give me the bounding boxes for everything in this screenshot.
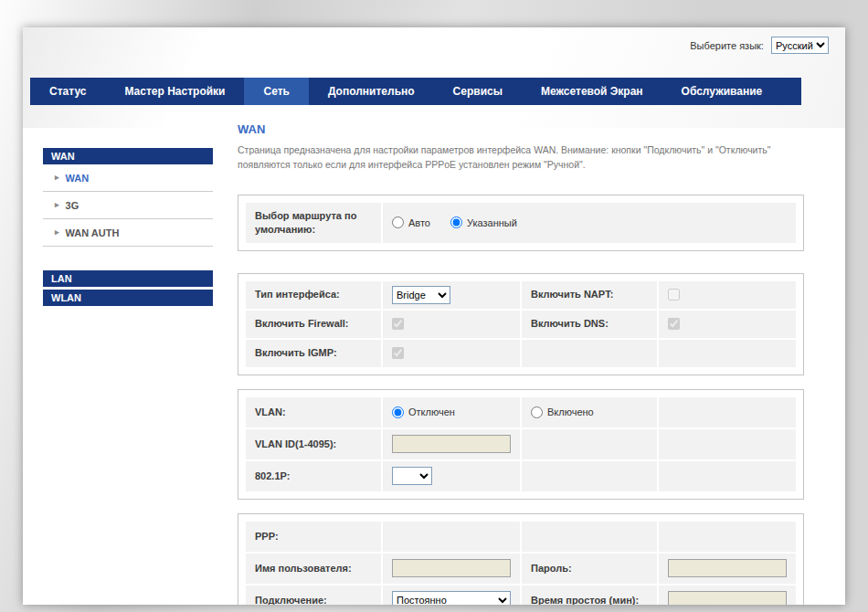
vlan-off-label: Отключен [408,406,455,417]
interface-section: Тип интерфейса: Bridge Включить NAPT: Вк… [238,273,804,375]
username-label: Имя пользователя: [246,554,381,584]
idle-time-input [668,591,787,605]
dns-label: Включить DNS: [522,311,657,338]
empty-cell [522,340,657,367]
empty-cell [659,461,796,491]
vlan-off-option: Отключен [392,406,455,418]
sidebar-item-label: 3G [66,200,79,211]
language-select[interactable]: Русский [771,37,829,54]
main-panel: WAN Страница предназначена для настройки… [213,105,845,605]
vlan-on-label: Включено [547,406,594,417]
sidebar-item-wan[interactable]: ▸ WAN [43,164,213,192]
page-title: WAN [238,122,804,136]
vlan-off-radio[interactable] [392,406,404,418]
igmp-cell [383,340,520,367]
route-options-cell: Авто Указанный [383,203,796,243]
empty-cell [659,340,796,367]
priority-label: 802.1P: [246,461,381,491]
sidebar-item-3g[interactable]: ▸ 3G [43,192,213,219]
route-specified-radio[interactable] [450,216,462,228]
connection-label: Подключение: [246,586,381,605]
route-section: Выбор маршрута по умолчанию: Авто Указан… [238,195,804,251]
route-label: Выбор маршрута по умолчанию: [246,203,381,243]
username-input [392,559,511,577]
password-input [668,559,787,577]
firewall-label: Включить Firewall: [246,311,381,338]
interface-type-cell: Bridge [383,281,520,309]
vlan-section: VLAN: Отключен Включено [238,389,804,500]
interface-type-select[interactable]: Bridge [392,286,450,304]
nav-item-network[interactable]: Сеть [244,78,308,105]
nav-item-services[interactable]: Сервисы [434,78,522,105]
route-auto-radio[interactable] [392,216,404,228]
firewall-checkbox [392,318,404,330]
language-bar: Выберите язык: Русский [23,27,845,54]
nav-item-firewall[interactable]: Межсетевой Экран [522,78,662,105]
napt-cell [659,281,796,309]
page-card: Выберите язык: Русский Статус Мастер Нас… [23,27,845,605]
nav-item-maintenance[interactable]: Обслуживание [662,78,782,105]
ppp-label: PPP: [246,522,381,552]
route-auto-label: Авто [408,217,430,228]
empty-cell [659,397,796,427]
username-cell [383,554,520,584]
priority-select[interactable] [392,467,432,485]
idle-time-cell [659,586,796,605]
arrow-icon: ▸ [55,228,59,237]
dns-cell [659,311,796,338]
content-area: WAN ▸ WAN ▸ 3G ▸ WAN AUTH LAN WLAN WAN [23,105,845,605]
vlan-on-radio[interactable] [531,406,543,418]
sidebar-header-wlan[interactable]: WLAN [43,290,213,306]
sidebar-header-wan[interactable]: WAN [43,148,213,164]
language-label: Выберите язык: [690,40,764,51]
nav-item-wizard[interactable]: Мастер Настройки [105,78,244,105]
empty-cell [659,429,796,459]
vlan-off-cell: Отключен [383,397,520,427]
empty-cell [659,522,796,552]
password-label: Пароль: [522,554,657,584]
empty-cell [383,522,520,552]
napt-checkbox [668,289,680,301]
interface-type-label: Тип интерфейса: [246,281,381,309]
sidebar-item-label: WAN AUTH [66,227,120,238]
password-cell [659,554,796,584]
empty-cell [522,429,657,459]
route-specified-label: Указанный [467,217,517,228]
arrow-icon: ▸ [55,201,59,209]
ppp-section: PPP: Имя пользователя: Пароль: [238,513,804,605]
vlan-id-cell [383,429,520,459]
sidebar-item-wan-auth[interactable]: ▸ WAN AUTH [43,219,213,247]
empty-cell [522,522,657,552]
connection-select[interactable]: Постоянно [392,591,511,605]
igmp-checkbox [392,347,404,359]
nav-item-advanced[interactable]: Дополнительно [309,78,434,105]
napt-label: Включить NAPT: [522,281,657,309]
page-description: Страница предназначена для настройки пар… [238,142,795,173]
vlan-id-label: VLAN ID(1-4095): [246,429,381,459]
route-auto-option: Авто [392,216,430,228]
arrow-icon: ▸ [55,174,59,182]
priority-cell [383,461,520,491]
sidebar-item-label: WAN [66,173,90,184]
dns-checkbox [668,318,680,330]
sidebar-header-lan[interactable]: LAN [43,270,213,287]
vlan-on-option: Включено [531,406,594,418]
sidebar-wan-items: ▸ WAN ▸ 3G ▸ WAN AUTH [43,164,213,247]
nav-item-status[interactable]: Статус [30,78,105,105]
vlan-label: VLAN: [246,397,381,427]
main-nav: Статус Мастер Настройки Сеть Дополнитель… [30,78,801,105]
route-specified-option: Указанный [450,216,517,228]
firewall-cell [383,311,520,338]
empty-cell [522,461,657,491]
sidebar: WAN ▸ WAN ▸ 3G ▸ WAN AUTH LAN WLAN [43,148,213,605]
idle-time-label: Время простоя (мин): [522,586,657,605]
vlan-on-cell: Включено [522,397,657,427]
connection-cell: Постоянно [383,586,520,605]
vlan-id-input [392,435,511,453]
igmp-label: Включить IGMP: [246,340,381,367]
